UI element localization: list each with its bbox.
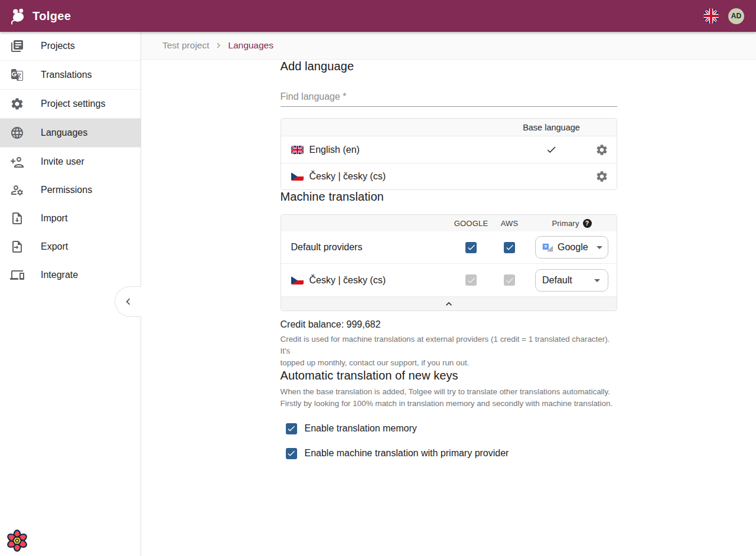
file-import-icon [10, 211, 24, 225]
czech-flag-icon [291, 276, 304, 284]
base-language-column-header: Base language [516, 123, 587, 132]
sidebar-item-label: Translations [41, 70, 92, 80]
file-export-icon [10, 240, 24, 254]
option-label: Enable translation memory [305, 423, 417, 434]
sidebar-item-invite-user[interactable]: Invite user [0, 148, 141, 176]
mt-table-header: GOOGLE AWS Primary ? [281, 215, 617, 231]
sidebar: Projects Translations Project settings L… [0, 32, 141, 556]
languages-panel: Base language [281, 118, 617, 190]
mt-row-name: Default providers [291, 242, 451, 253]
language-provider-select[interactable]: Default [535, 269, 608, 292]
mt-table-collapse-button[interactable] [281, 296, 617, 310]
sidebar-item-label: Permissions [41, 185, 92, 195]
language-row-english: English (en) [281, 136, 617, 163]
find-language-input[interactable] [281, 89, 617, 107]
language-flag-button[interactable] [703, 8, 719, 24]
top-navbar: Tolgee AD [0, 0, 756, 32]
sidebar-item-label: Integrate [41, 270, 78, 280]
projects-icon [10, 39, 24, 53]
sidebar-item-label: Import [41, 213, 67, 224]
mt-row-default-providers: Default providers [281, 231, 617, 263]
breadcrumb: Test project Languages [141, 32, 756, 60]
caret-down-icon [592, 240, 607, 254]
tolgee-mouse-logo-icon [9, 7, 27, 25]
machine-translation-table: GOOGLE AWS Primary ? Default providers [281, 214, 617, 311]
option-translation-memory[interactable]: Enable translation memory [286, 423, 617, 434]
credit-balance: Credit balance: 999,682 [281, 319, 617, 330]
devices-icon [10, 268, 24, 282]
sidebar-item-label: Invite user [41, 156, 84, 167]
person-gear-icon [10, 183, 24, 197]
caret-down-icon [590, 273, 604, 287]
user-avatar[interactable]: AD [728, 8, 744, 24]
add-language-title: Add language [281, 60, 617, 73]
language-settings-button[interactable] [591, 139, 612, 161]
react-query-devtools-icon[interactable] [5, 528, 30, 553]
sidebar-item-permissions[interactable]: Permissions [0, 176, 141, 204]
aws-checkbox[interactable] [504, 242, 515, 253]
brand[interactable]: Tolgee [9, 7, 71, 25]
primary-provider-select[interactable]: Google [535, 236, 608, 259]
sidebar-item-languages[interactable]: Languages [0, 119, 141, 147]
sidebar-item-label: Export [41, 241, 68, 252]
sidebar-item-import[interactable]: Import [0, 204, 141, 233]
czech-flag-icon [291, 172, 304, 181]
translation-memory-checkbox[interactable] [286, 423, 297, 434]
primary-provider-value: Google [558, 242, 588, 253]
aws-checkbox-disabled [504, 274, 515, 286]
language-row-czech: Česky | česky (cs) [281, 163, 617, 189]
sidebar-item-translations[interactable]: Translations [0, 61, 141, 89]
google-column-header: GOOGLE [451, 219, 492, 228]
translations-icon [10, 68, 24, 82]
chevron-right-icon [213, 40, 224, 51]
sidebar-item-label: Projects [41, 41, 75, 51]
sidebar-item-projects[interactable]: Projects [0, 32, 141, 60]
primary-column-header: Primary [552, 219, 579, 228]
language-settings-button[interactable] [591, 166, 612, 187]
language-provider-value: Default [542, 275, 572, 286]
sidebar-item-label: Project settings [41, 99, 105, 109]
sidebar-collapse-button[interactable] [115, 286, 141, 317]
option-machine-translation[interactable]: Enable machine translation with primary … [286, 448, 617, 459]
language-name: Česky | česky (cs) [309, 171, 386, 182]
chevron-up-icon [443, 298, 455, 310]
brand-name: Tolgee [32, 9, 71, 23]
machine-translation-title: Machine translation [281, 190, 617, 204]
sidebar-item-export[interactable]: Export [0, 233, 141, 261]
mt-row-czech: Česky | česky (cs) [281, 263, 617, 296]
machine-translation-checkbox[interactable] [286, 448, 297, 459]
sidebar-item-label: Languages [41, 127, 87, 138]
language-name: English (en) [309, 145, 360, 155]
help-icon[interactable]: ? [583, 219, 592, 228]
languages-panel-header: Base language [281, 119, 617, 136]
google-translate-icon [542, 242, 553, 253]
person-add-icon [10, 155, 24, 169]
option-label: Enable machine translation with primary … [305, 448, 509, 459]
sidebar-item-integrate[interactable]: Integrate [0, 261, 141, 289]
sidebar-item-project-settings[interactable]: Project settings [0, 90, 141, 118]
google-checkbox[interactable] [465, 242, 477, 253]
breadcrumb-current[interactable]: Languages [228, 40, 273, 51]
auto-translation-description: When the base translation is added, Tolg… [281, 386, 617, 410]
chevron-left-icon [122, 295, 135, 308]
base-language-checkmark-icon [546, 144, 557, 155]
breadcrumb-project[interactable]: Test project [162, 40, 209, 51]
credit-description: Credit is used for machine translations … [281, 333, 617, 369]
google-checkbox-disabled [465, 274, 477, 286]
uk-flag-icon [291, 146, 304, 154]
mt-row-name: Česky | česky (cs) [309, 275, 386, 286]
aws-column-header: AWS [492, 219, 527, 228]
globe-icon [10, 126, 24, 140]
gear-icon [10, 97, 24, 111]
auto-translation-title: Automatic translation of new keys [281, 369, 617, 382]
